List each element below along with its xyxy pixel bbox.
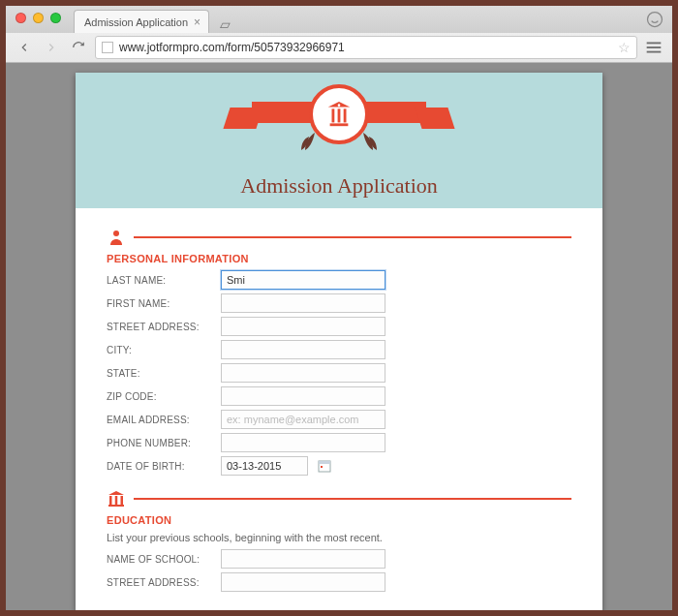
svg-rect-13: [109, 496, 112, 505]
browser-menu-icon[interactable]: [643, 37, 664, 58]
input-city[interactable]: [221, 340, 385, 359]
address-bar[interactable]: ☆: [95, 36, 637, 59]
label-phone: PHONE NUMBER:: [107, 438, 213, 448]
label-school-name: NAME OF SCHOOL:: [107, 554, 213, 565]
svg-point-9: [113, 231, 119, 236]
svg-rect-6: [338, 108, 341, 122]
svg-rect-11: [319, 461, 330, 464]
close-window-button[interactable]: [15, 13, 26, 23]
bookmark-icon[interactable]: ☆: [618, 40, 631, 55]
input-last-name[interactable]: [221, 270, 385, 290]
label-edu-street-address: STREET ADDRESS:: [107, 577, 213, 588]
label-dob: DATE OF BIRTH:: [107, 461, 213, 472]
label-email: EMAIL ADDRESS:: [107, 415, 213, 425]
input-school-name[interactable]: [221, 549, 385, 569]
browser-tab[interactable]: Admission Application ×: [74, 10, 209, 33]
section-note-education: List your previous schools, beginning wi…: [107, 532, 571, 543]
new-tab-button[interactable]: ▱: [215, 15, 234, 33]
svg-rect-4: [330, 123, 349, 126]
label-city: CITY:: [107, 345, 213, 355]
input-zip[interactable]: [221, 386, 385, 406]
form-header: Admission Application: [76, 73, 602, 208]
forward-button[interactable]: [41, 37, 62, 58]
input-street-address[interactable]: [221, 317, 385, 336]
reload-button[interactable]: [68, 37, 89, 58]
url-input[interactable]: [119, 41, 612, 54]
crest-icon: [309, 84, 369, 144]
browser-chrome: Admission Application × ▱ ☆: [6, 6, 672, 63]
tab-bar: Admission Application × ▱: [6, 6, 672, 33]
input-edu-street-address[interactable]: [221, 572, 385, 592]
input-email[interactable]: [221, 410, 385, 429]
person-icon: [107, 228, 126, 247]
label-zip: ZIP CODE:: [107, 391, 213, 402]
svg-rect-12: [321, 466, 323, 468]
form-body: PERSONAL INFORMATION LAST NAME: FIRST NA…: [76, 208, 602, 611]
input-state[interactable]: [221, 363, 385, 383]
section-divider-personal: [107, 228, 571, 247]
back-button[interactable]: [14, 37, 35, 58]
svg-point-0: [648, 13, 663, 27]
input-dob[interactable]: [221, 456, 308, 476]
svg-rect-15: [121, 496, 124, 505]
tab-title: Admission Application: [84, 16, 188, 28]
building-icon: [107, 489, 126, 508]
label-first-name: FIRST NAME:: [107, 298, 213, 309]
section-title-education: EDUCATION: [107, 514, 571, 526]
calendar-icon[interactable]: [318, 459, 331, 473]
svg-rect-14: [115, 496, 118, 505]
svg-rect-16: [108, 505, 124, 507]
site-info-icon[interactable]: [102, 42, 113, 53]
section-title-personal: PERSONAL INFORMATION: [107, 253, 571, 264]
minimize-window-button[interactable]: [33, 13, 44, 23]
window-controls: [15, 13, 61, 23]
input-phone[interactable]: [221, 433, 385, 452]
browser-toolbar: ☆: [6, 33, 672, 62]
label-last-name: LAST NAME:: [107, 275, 213, 286]
form-title: Admission Application: [240, 173, 438, 199]
maximize-window-button[interactable]: [50, 13, 61, 23]
label-street-address: STREET ADDRESS:: [107, 322, 213, 332]
input-first-name[interactable]: [221, 293, 385, 313]
form-page: Admission Application PERSONAL INFORMATI…: [76, 73, 602, 611]
svg-rect-5: [332, 108, 335, 122]
svg-point-8: [338, 104, 341, 107]
browser-profile-icon[interactable]: [645, 10, 664, 29]
label-state: STATE:: [107, 368, 213, 379]
section-divider-education: [107, 489, 571, 508]
page-viewport: Admission Application PERSONAL INFORMATI…: [6, 63, 672, 611]
svg-rect-7: [344, 108, 347, 122]
close-tab-icon[interactable]: ×: [194, 16, 200, 28]
